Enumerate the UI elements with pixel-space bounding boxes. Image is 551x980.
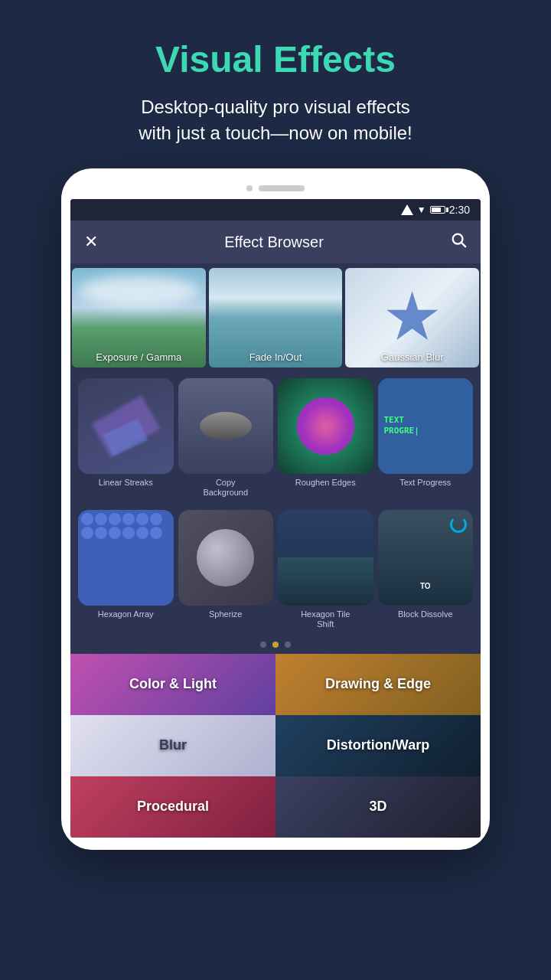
thumb-spherize[interactable]: Spherize (178, 510, 274, 629)
status-icons: ▼ 2:30 (401, 204, 470, 216)
page-dots (70, 635, 481, 654)
close-button[interactable]: ✕ (84, 232, 98, 252)
small-grid-row1: Linear Streaks CopyBackground (70, 372, 481, 504)
hexagon-tile-preview (278, 510, 373, 606)
category-drawing-edge-label: Drawing & Edge (325, 676, 431, 692)
copy-bg-preview (178, 378, 274, 474)
phone-screen: ▼ 2:30 ✕ Effect Browser (70, 199, 481, 838)
hexagon-array-label: Hexagon Array (98, 609, 154, 619)
large-thumb-exposure[interactable]: Exposure / Gamma (72, 268, 206, 368)
block-dissolve-preview: TO (378, 510, 474, 606)
category-color-light[interactable]: Color & Light (70, 654, 276, 715)
hero-title: Visual Effects (155, 38, 396, 80)
large-thumb-fade[interactable]: Fade In/Out (209, 268, 343, 368)
wifi-icon: ▼ (417, 204, 426, 215)
hexagon-array-preview (78, 510, 174, 606)
dissolve-spinner-icon (450, 516, 467, 533)
thumb-hexagon-array[interactable]: Hexagon Array (78, 510, 174, 629)
effects-scroll-area: Exposure / Gamma Fade In/Out (70, 263, 481, 838)
hero-subtitle: Desktop-quality pro visual effectswith j… (139, 94, 412, 145)
phone-speaker (70, 181, 481, 199)
speaker-dot (246, 185, 253, 191)
copy-bg-oval (200, 412, 252, 440)
copy-background-label: CopyBackground (203, 478, 248, 498)
category-distortion-warp[interactable]: Distortion/Warp (276, 715, 481, 776)
category-procedural[interactable]: Procedural (70, 776, 276, 838)
signal-icon (401, 204, 413, 215)
category-drawing-edge[interactable]: Drawing & Edge (276, 654, 481, 715)
star-decoration (386, 291, 439, 345)
phone-mockup: ▼ 2:30 ✕ Effect Browser (61, 168, 490, 850)
category-procedural-label: Procedural (137, 799, 209, 815)
hexagon-pattern (78, 510, 174, 542)
dot-2 (272, 642, 279, 648)
category-3d[interactable]: 3D (276, 776, 481, 838)
text-progress-text: TEXTPROGRE| (384, 415, 419, 437)
search-button[interactable] (450, 231, 467, 253)
battery-icon (430, 206, 445, 214)
linear-streaks-preview (78, 378, 174, 474)
thumb-roughen-edges[interactable]: Roughen Edges (278, 378, 373, 498)
category-color-light-label: Color & Light (129, 676, 217, 692)
nav-title: Effect Browser (224, 234, 324, 251)
block-dissolve-label: Block Dissolve (398, 609, 453, 619)
dot-1 (260, 642, 266, 648)
status-bar: ▼ 2:30 (70, 199, 481, 220)
svg-line-1 (461, 243, 465, 247)
large-thumb-gaussian[interactable]: Gaussian Blur (345, 268, 479, 368)
status-time: 2:30 (449, 204, 470, 216)
fade-label: Fade In/Out (209, 351, 343, 363)
text-progress-label: Text Progress (399, 478, 451, 488)
thumb-block-dissolve[interactable]: TO Block Dissolve (378, 510, 474, 629)
sphere-shape (197, 529, 254, 586)
spherize-preview (178, 510, 274, 606)
gaussian-label: Gaussian Blur (345, 351, 479, 363)
linear-streaks-label: Linear Streaks (99, 478, 153, 488)
roughen-edges-label: Roughen Edges (295, 478, 356, 488)
thumb-copy-background[interactable]: CopyBackground (178, 378, 274, 498)
dissolve-to-text: TO (420, 582, 431, 590)
exposure-label: Exposure / Gamma (72, 351, 206, 363)
hero-section: Visual Effects Desktop-quality pro visua… (0, 0, 551, 168)
thumb-text-progress[interactable]: TEXTPROGRE| Text Progress (378, 378, 474, 498)
thumb-hexagon-tile[interactable]: Hexagon TileShift (278, 510, 373, 629)
roughen-preview (278, 378, 373, 474)
spherize-label: Spherize (209, 609, 242, 619)
nav-bar: ✕ Effect Browser (70, 220, 481, 263)
large-thumbnails-row: Exposure / Gamma Fade In/Out (70, 263, 481, 372)
category-blur[interactable]: Blur (70, 715, 276, 776)
text-progress-preview: TEXTPROGRE| (378, 378, 474, 474)
category-3d-label: 3D (369, 799, 386, 815)
category-blur-label: Blur (159, 737, 187, 753)
speaker-bar (259, 185, 305, 191)
category-grid: Color & Light Drawing & Edge Blur Distor… (70, 654, 481, 838)
thumb-linear-streaks[interactable]: Linear Streaks (78, 378, 174, 498)
category-distortion-label: Distortion/Warp (327, 737, 429, 753)
hexagon-tile-label: Hexagon TileShift (301, 609, 350, 629)
small-grid-row2: Hexagon Array Spherize Hexag (70, 504, 481, 635)
dot-3 (285, 642, 291, 648)
